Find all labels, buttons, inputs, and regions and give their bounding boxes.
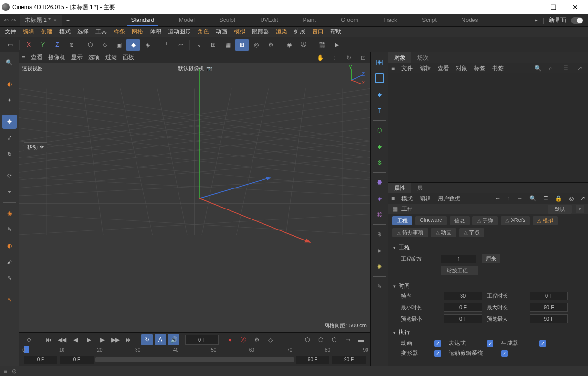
tab-objects[interactable]: 对象 (388, 52, 411, 63)
vp-menu-view[interactable]: 查看 (31, 53, 42, 62)
next-key-button[interactable]: ▶▶ (110, 334, 121, 345)
hexagon-icon[interactable]: ⬡ (83, 39, 97, 51)
lock-icon[interactable]: 🔒 (555, 195, 562, 202)
vp-menu-display[interactable]: 显示 (71, 53, 83, 62)
badge-icon[interactable]: ◉ (282, 39, 296, 51)
prev-key-button[interactable]: ◀◀ (56, 334, 68, 345)
spline-pen-tool[interactable]: ✎ (2, 271, 17, 285)
sound-button[interactable]: 🔊 (168, 334, 179, 345)
attr-tab-工程[interactable]: 工程 (392, 216, 412, 225)
attr-tab-待办事项[interactable]: △待办事项 (392, 228, 428, 237)
scale-unit-dropdown[interactable]: 厘米 (482, 254, 500, 263)
palette-light-icon[interactable]: ✺ (373, 260, 386, 273)
menu-模式[interactable]: 模式 (59, 28, 71, 36)
gear-icon[interactable]: ⚙ (263, 39, 278, 51)
obj-menu-objects[interactable]: 对象 (456, 64, 467, 73)
axis-y-icon[interactable]: Y (36, 39, 50, 51)
autoplay-mode-button[interactable]: A (155, 334, 166, 345)
search-icon[interactable]: 🔍 (535, 65, 542, 72)
loop-button[interactable]: ↻ (141, 334, 153, 345)
undo-icon[interactable]: ↶ (4, 17, 9, 24)
layout-paint[interactable]: Paint (299, 15, 320, 26)
popout-icon[interactable]: ↗ (580, 195, 585, 202)
menu-扩展[interactable]: 扩展 (294, 28, 305, 36)
tab-attributes[interactable]: 属性 (388, 183, 411, 193)
obj-menu-edit[interactable]: 编辑 (420, 64, 431, 73)
obj-menu-tags[interactable]: 标签 (474, 64, 485, 73)
hamburger-icon[interactable]: ≡ (22, 54, 25, 61)
orbit-icon[interactable]: ↻ (345, 54, 353, 61)
filter-icon[interactable]: ☰ (563, 65, 571, 72)
move-tool[interactable]: ✥ (2, 115, 17, 129)
current-frame-field[interactable]: 0 F (185, 335, 219, 345)
fps-field[interactable]: 30 (444, 292, 482, 300)
palette-camera-icon[interactable]: [◉] (373, 55, 386, 69)
range-start-1[interactable]: 0 F (24, 356, 57, 364)
snap-grid-icon[interactable]: ⊞ (235, 39, 249, 51)
menu-运动图形[interactable]: 运动图形 (168, 28, 191, 36)
palette-scene-icon[interactable]: ⌘ (373, 208, 386, 221)
tab-takes[interactable]: 场次 (411, 52, 434, 63)
key-scale-icon[interactable]: ⬡ (315, 334, 326, 345)
magnet-icon[interactable]: ⩋ (192, 39, 206, 51)
layout-preset-icon[interactable]: ▭ (3, 39, 17, 51)
goto-start-button[interactable]: ⏮ (43, 334, 54, 345)
autokey-button[interactable]: Ⓐ (238, 334, 249, 345)
search-icon[interactable]: 🔍 (2, 55, 17, 70)
new-tab-button[interactable]: + (62, 17, 74, 24)
key-pla-icon[interactable]: ▬ (355, 334, 367, 345)
menu-文件[interactable]: 文件 (5, 28, 16, 36)
pen-tool[interactable]: ✎ (2, 222, 17, 237)
nav-up-icon[interactable]: ↑ (507, 195, 510, 202)
redo-icon[interactable]: ↷ (11, 17, 16, 24)
layout-sculpt[interactable]: Sculpt (216, 15, 239, 26)
world-axis-icon[interactable]: ⊕ (64, 39, 79, 51)
palette-field-icon[interactable]: ◈ (373, 192, 386, 205)
section-execute[interactable]: ▾执行 (393, 327, 583, 338)
target-icon[interactable]: ◎ (569, 195, 574, 202)
preset-dropdown[interactable]: ▾ (576, 205, 584, 213)
layout-script[interactable]: Script (418, 15, 441, 26)
maximize-button[interactable]: ☐ (542, 0, 564, 14)
placement-tool[interactable]: ◉ (2, 206, 17, 220)
key-selection-icon[interactable]: ◇ (264, 334, 276, 345)
nav-back-icon[interactable]: ← (495, 195, 501, 202)
record-button[interactable]: ● (224, 334, 236, 345)
max-time-field[interactable]: 90 F (530, 303, 568, 312)
key-settings-icon[interactable]: ⚙ (251, 334, 262, 345)
vp-menu-options[interactable]: 选项 (88, 53, 100, 62)
filter-icon[interactable]: ☰ (543, 195, 548, 202)
search-icon[interactable]: 🔍 (529, 195, 536, 202)
menu-样条[interactable]: 样条 (114, 28, 125, 36)
layout-standard[interactable]: Standard (127, 15, 158, 26)
key-pos-icon[interactable]: ⬡ (302, 334, 313, 345)
exec-expr-check[interactable]: ✓ (487, 340, 494, 347)
preview-min-field[interactable]: 0 F (444, 314, 482, 323)
range-start-2[interactable]: 0 F (60, 356, 94, 364)
layout-groom[interactable]: Groom (337, 15, 362, 26)
hamburger-icon[interactable]: ≡ (391, 65, 395, 72)
menu-帮助[interactable]: 帮助 (330, 28, 342, 36)
clapper-play-icon[interactable]: ▶ (329, 39, 344, 51)
zoom-icon[interactable]: ↕ (330, 54, 339, 61)
layout-uvedit[interactable]: UVEdit (256, 15, 282, 26)
palette-deformer-icon[interactable]: ⬣ (373, 176, 386, 189)
attr-tab-Cineware[interactable]: Cineware (415, 216, 447, 225)
palette-square-icon[interactable] (373, 72, 386, 85)
proj-length-field[interactable]: 0 F (530, 292, 568, 300)
layout-model[interactable]: Model (175, 15, 199, 26)
lock-axis-icon[interactable]: ⫟ (2, 185, 17, 199)
close-button[interactable]: ✕ (564, 0, 586, 14)
layout-nodes[interactable]: Nodes (458, 15, 482, 26)
key-param-icon[interactable]: ▭ (342, 334, 353, 345)
layout-track[interactable]: Track (379, 15, 401, 26)
menu-体积[interactable]: 体积 (150, 28, 161, 36)
add-layout-button[interactable]: + (535, 17, 538, 24)
menu-工具[interactable]: 工具 (95, 28, 107, 36)
obj-menu-file[interactable]: 文件 (401, 64, 413, 73)
menu-编辑[interactable]: 编辑 (23, 28, 34, 36)
menu-渲染[interactable]: 渲染 (276, 28, 287, 36)
menu-选择[interactable]: 选择 (77, 28, 89, 36)
cube-outline-icon[interactable]: ◇ (97, 39, 112, 51)
tab-layers[interactable]: 层 (411, 183, 429, 193)
